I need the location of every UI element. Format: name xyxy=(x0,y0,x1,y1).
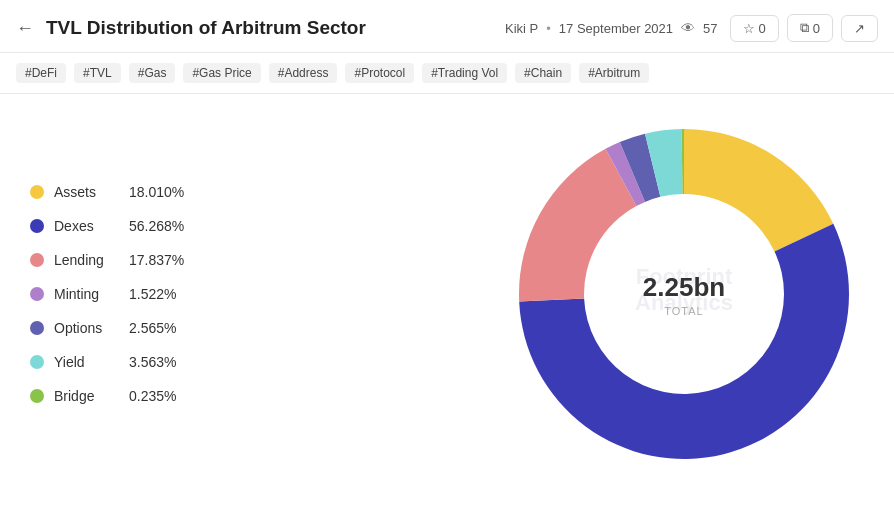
legend-item: Minting 1.522% xyxy=(30,286,250,302)
legend-color-dot xyxy=(30,219,44,233)
publish-date: 17 September 2021 xyxy=(559,21,673,36)
tag-item[interactable]: #Gas xyxy=(129,63,176,83)
tag-item[interactable]: #Arbitrum xyxy=(579,63,649,83)
legend-label: Dexes xyxy=(54,218,119,234)
legend-item: Yield 3.563% xyxy=(30,354,250,370)
author-name: Kiki P xyxy=(505,21,538,36)
total-value: 2.25bn xyxy=(643,272,725,303)
legend-item: Dexes 56.268% xyxy=(30,218,250,234)
views-count: 57 xyxy=(703,21,717,36)
legend-percentage: 56.268% xyxy=(129,218,184,234)
chart-center: 2.25bn TOTAL xyxy=(643,272,725,317)
content-area: Assets 18.010% Dexes 56.268% Lending 17.… xyxy=(0,94,894,494)
legend-label: Bridge xyxy=(54,388,119,404)
tags-bar: #DeFi#TVL#Gas#Gas Price#Address#Protocol… xyxy=(0,53,894,94)
header: ← TVL Distribution of Arbitrum Sector Ki… xyxy=(0,0,894,53)
legend-percentage: 0.235% xyxy=(129,388,176,404)
share-icon: ↗ xyxy=(854,21,865,36)
legend-color-dot xyxy=(30,389,44,403)
legend-color-dot xyxy=(30,355,44,369)
copy-icon: ⧉ xyxy=(800,20,809,36)
legend-percentage: 1.522% xyxy=(129,286,176,302)
legend-item: Options 2.565% xyxy=(30,320,250,336)
legend-label: Options xyxy=(54,320,119,336)
legend-color-dot xyxy=(30,253,44,267)
tag-item[interactable]: #TVL xyxy=(74,63,121,83)
legend-label: Minting xyxy=(54,286,119,302)
total-label: TOTAL xyxy=(643,305,725,317)
action-buttons: ☆ 0 ⧉ 0 ↗ xyxy=(730,14,878,42)
star-count: 0 xyxy=(759,21,766,36)
tag-item[interactable]: #Address xyxy=(269,63,338,83)
tag-item[interactable]: #DeFi xyxy=(16,63,66,83)
meta-dot: • xyxy=(546,21,551,36)
legend-item: Bridge 0.235% xyxy=(30,388,250,404)
legend-percentage: 2.565% xyxy=(129,320,176,336)
copy-count: 0 xyxy=(813,21,820,36)
legend-color-dot xyxy=(30,321,44,335)
legend-item: Assets 18.010% xyxy=(30,184,250,200)
legend-percentage: 18.010% xyxy=(129,184,184,200)
legend-item: Lending 17.837% xyxy=(30,252,250,268)
chart-container: FootprintAnalytics 2.25bn TOTAL xyxy=(504,114,864,474)
star-icon: ☆ xyxy=(743,21,755,36)
legend-label: Assets xyxy=(54,184,119,200)
share-button[interactable]: ↗ xyxy=(841,15,878,42)
star-button[interactable]: ☆ 0 xyxy=(730,15,779,42)
views-icon: 👁 xyxy=(681,20,695,36)
legend: Assets 18.010% Dexes 56.268% Lending 17.… xyxy=(30,184,250,404)
tag-item[interactable]: #Trading Vol xyxy=(422,63,507,83)
legend-color-dot xyxy=(30,287,44,301)
page-title: TVL Distribution of Arbitrum Sector xyxy=(46,17,493,39)
tag-item[interactable]: #Chain xyxy=(515,63,571,83)
meta-info: Kiki P • 17 September 2021 👁 57 xyxy=(505,20,717,36)
legend-percentage: 3.563% xyxy=(129,354,176,370)
donut-segment xyxy=(684,129,833,251)
legend-label: Lending xyxy=(54,252,119,268)
legend-label: Yield xyxy=(54,354,119,370)
back-button[interactable]: ← xyxy=(16,18,34,39)
legend-color-dot xyxy=(30,185,44,199)
copy-button[interactable]: ⧉ 0 xyxy=(787,14,833,42)
tag-item[interactable]: #Gas Price xyxy=(183,63,260,83)
legend-percentage: 17.837% xyxy=(129,252,184,268)
tag-item[interactable]: #Protocol xyxy=(345,63,414,83)
